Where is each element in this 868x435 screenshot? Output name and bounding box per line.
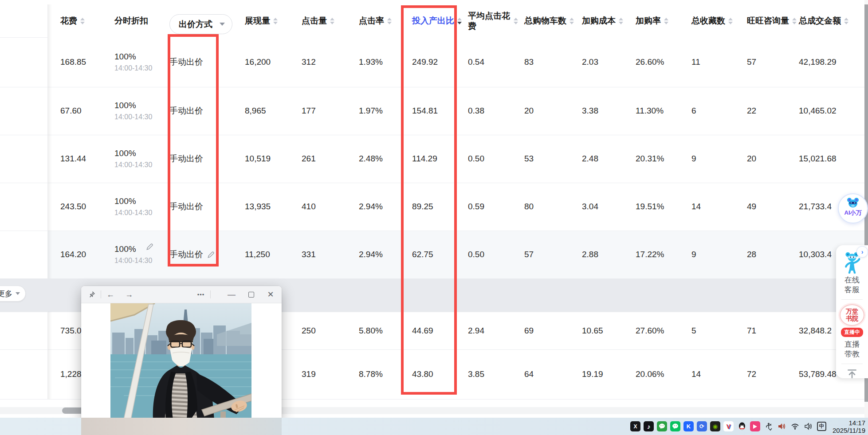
back-icon[interactable]: ←: [104, 288, 117, 301]
column-header-gmv[interactable]: 总成交金额: [799, 4, 848, 37]
metric-value: 2.94: [468, 326, 484, 336]
maximize-icon[interactable]: [244, 288, 258, 301]
live-teaching-button[interactable]: 直播带教: [843, 340, 861, 359]
ai-assistant-button[interactable]: AI小万: [838, 193, 868, 223]
sort-icon[interactable]: [844, 18, 848, 24]
live-status-badge: 直播中: [841, 328, 863, 337]
cell-clicks: 177: [302, 87, 316, 135]
kuaishou-icon[interactable]: K: [683, 421, 694, 431]
metric-value: 168.85: [60, 57, 86, 67]
quark-icon[interactable]: ⟳: [697, 421, 707, 431]
wechat-work-icon[interactable]: [670, 421, 680, 431]
cell-avg_cost: 2.94: [468, 312, 484, 349]
capcut-icon[interactable]: X: [630, 421, 640, 431]
forward-icon[interactable]: →: [122, 288, 136, 301]
metric-value: 57: [524, 250, 534, 259]
pink-media-icon[interactable]: [750, 421, 760, 431]
qq-icon[interactable]: [737, 421, 747, 431]
cell-ctr: 1.97%: [359, 87, 383, 135]
douyin-icon[interactable]: ♪: [644, 421, 654, 431]
sort-icon[interactable]: [619, 18, 623, 24]
cell-inquiries: 71: [747, 312, 756, 349]
sort-icon[interactable]: [387, 18, 392, 24]
academy-button[interactable]: 万堂书院: [840, 304, 864, 326]
cell-avg_cost: 0.38: [468, 87, 484, 135]
column-header-label: 点击率: [359, 15, 384, 27]
nvidia-icon[interactable]: ◉: [710, 421, 720, 431]
wifi-icon[interactable]: [790, 421, 800, 431]
ai-assistant-label: AI小万: [844, 209, 862, 217]
minimize-icon[interactable]: —: [225, 288, 238, 301]
column-header-spend[interactable]: 花费: [60, 4, 85, 37]
cell-discount: 100%14:00-14:30: [114, 231, 152, 278]
metric-value: 16,200: [245, 57, 271, 67]
cell-inquiries: 72: [747, 349, 756, 399]
column-header-ctr[interactable]: 点击率: [359, 4, 392, 37]
cell-inquiries: 28: [747, 231, 756, 278]
metric-value: 21,733.4: [799, 202, 832, 212]
column-header-cart_cost[interactable]: 加购成本: [582, 4, 623, 37]
edit-pencil-icon[interactable]: [146, 243, 153, 251]
column-header-carts[interactable]: 总购物车数: [524, 4, 574, 37]
metric-value: 10,519: [245, 154, 271, 164]
discount-time-range: 14:00-14:30: [114, 161, 152, 169]
column-header-inquiries[interactable]: 旺旺咨询量: [747, 4, 797, 37]
back-to-top-icon[interactable]: [845, 368, 859, 378]
sort-icon[interactable]: [664, 18, 668, 24]
cell-favs: 6: [691, 87, 696, 135]
sort-icon[interactable]: [792, 18, 797, 24]
metric-value: 2.94%: [359, 202, 383, 212]
sort-icon[interactable]: [514, 18, 518, 24]
column-header-avg_cost[interactable]: 平均点击花费: [468, 4, 518, 37]
floating-browser-window[interactable]: ← → ••• — ✕: [81, 286, 282, 419]
column-header-favs[interactable]: 总收藏数: [691, 4, 733, 37]
online-service-button[interactable]: 在线客服: [843, 275, 861, 295]
metric-value: 8.78%: [359, 369, 383, 379]
cell-clicks: 250: [302, 312, 316, 349]
more-icon[interactable]: •••: [194, 288, 208, 301]
metric-value: 26.60%: [636, 57, 664, 67]
cell-cart_cost: 10.65: [582, 312, 603, 349]
usb-icon[interactable]: [763, 421, 774, 431]
bid-method-filter-dropdown[interactable]: 出价方式: [169, 14, 232, 34]
more-button[interactable]: 更多: [0, 286, 26, 302]
ad-campaign-dashboard: 花费分时折扣出价方式展现量点击量点击率投入产出比平均点击花费总购物车数加购成本加…: [0, 0, 868, 435]
close-icon[interactable]: ✕: [264, 288, 277, 301]
sort-icon[interactable]: [570, 18, 574, 24]
column-header-clicks[interactable]: 点击量: [302, 4, 334, 37]
column-header-cart_rate[interactable]: 加购率: [636, 4, 668, 37]
metric-value: 19.19: [582, 369, 603, 379]
metric-value: 10,465.02: [799, 106, 837, 116]
sort-icon[interactable]: [80, 18, 85, 24]
ime-chinese-icon[interactable]: 中: [817, 421, 827, 431]
windows-taskbar[interactable]: X♪K⟳◉V中14:172025/11/19: [0, 418, 868, 435]
metric-value: 2.48: [582, 154, 598, 164]
column-header-impressions[interactable]: 展现量: [245, 4, 278, 37]
metric-value: 164.20: [60, 250, 86, 259]
sort-icon[interactable]: [273, 18, 278, 24]
window-titlebar[interactable]: ← → ••• — ✕: [81, 286, 282, 303]
wechat-icon[interactable]: [657, 421, 667, 431]
cell-gmv: 21,733.4: [799, 183, 832, 231]
volume-active-icon[interactable]: [777, 421, 787, 431]
metric-value: 42,198.29: [799, 57, 837, 67]
sort-icon[interactable]: [728, 18, 733, 24]
cell-avg_cost: 0.50: [468, 135, 484, 183]
metric-value: 20.31%: [636, 154, 664, 164]
collapse-chevron-button[interactable]: ›: [856, 246, 868, 258]
metric-value: 0.50: [468, 250, 484, 259]
metric-value: 11: [691, 57, 700, 67]
metric-value: 64: [524, 369, 534, 379]
pin-icon[interactable]: [85, 288, 98, 301]
v-app-icon[interactable]: V: [723, 421, 734, 431]
cell-cart_rate: 20.31%: [636, 135, 664, 183]
volume-icon[interactable]: [803, 421, 813, 431]
metric-value: 28: [747, 250, 756, 259]
cell-ctr: 2.48%: [359, 135, 383, 183]
cell-discount: 100%14:00-14:30: [114, 135, 152, 183]
sort-icon[interactable]: [330, 18, 334, 24]
metric-value: 10.65: [582, 326, 603, 336]
taskbar-clock[interactable]: 14:172025/11/19: [833, 419, 865, 434]
sort-icon[interactable]: [457, 18, 462, 24]
cell-inquiries: 22: [747, 87, 756, 135]
